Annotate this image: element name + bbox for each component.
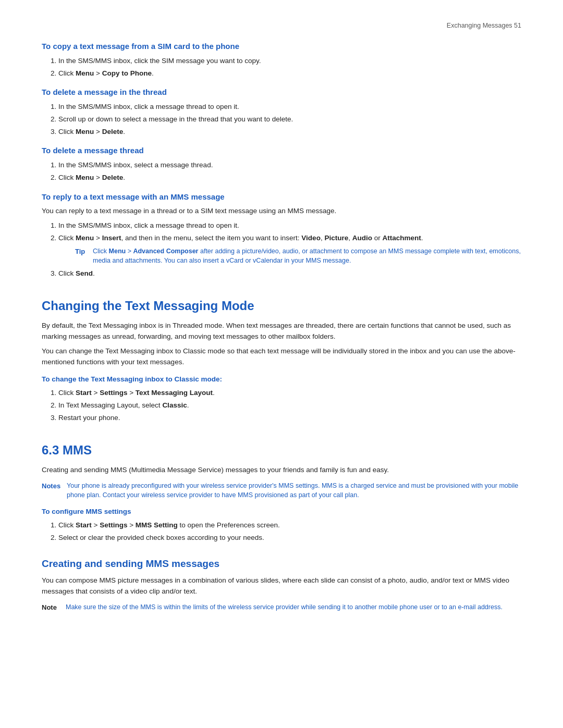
section-delete-thread-message: To delete a message in the thread In the… — [42, 86, 521, 137]
note-label: Note — [42, 602, 62, 613]
reply-mms-heading: To reply to a text message with an MMS m… — [42, 191, 521, 203]
delete-thread-message-steps: In the SMS/MMS inbox, click a message th… — [58, 102, 521, 138]
section-reply-mms: To reply to a text message with an MMS m… — [42, 191, 521, 279]
list-item: In the SMS/MMS inbox, select a message t… — [58, 160, 521, 171]
list-item: Click Start > Settings > MMS Setting to … — [58, 520, 521, 531]
copy-sim-heading: To copy a text message from a SIM card t… — [42, 40, 521, 52]
section-mms: 6.3 MMS Creating and sending MMS (Multim… — [42, 440, 521, 613]
page-header: Exchanging Messages 51 — [42, 21, 521, 31]
mms-chapter-heading: 6.3 MMS — [42, 440, 521, 460]
tip-text: Click Menu > Advanced Composer after add… — [93, 246, 521, 266]
note-block: Note Make sure the size of the MMS is wi… — [42, 602, 521, 613]
delete-thread-heading: To delete a message thread — [42, 144, 521, 156]
list-item: In the SMS/MMS inbox, click a message th… — [58, 220, 521, 231]
list-item: Click Send. — [58, 268, 521, 279]
list-item: Scroll up or down to select a message in… — [58, 114, 521, 125]
changing-mode-para2: You can change the Text Messaging inbox … — [42, 346, 521, 368]
section-copy-sim: To copy a text message from a SIM card t… — [42, 40, 521, 79]
section-changing-mode: Changing the Text Messaging Mode By defa… — [42, 296, 521, 424]
list-item: Select or clear the provided check boxes… — [58, 533, 521, 544]
creating-mms-heading: Creating and sending MMS messages — [42, 556, 521, 571]
creating-mms-para: You can compose MMS picture messages in … — [42, 575, 521, 597]
section-delete-thread: To delete a message thread In the SMS/MM… — [42, 144, 521, 183]
classic-mode-subheading: To change the Text Messaging inbox to Cl… — [42, 374, 521, 385]
delete-thread-message-heading: To delete a message in the thread — [42, 86, 521, 98]
list-item: In the SMS/MMS inbox, click a message th… — [58, 102, 521, 113]
reply-mms-steps: In the SMS/MMS inbox, click a message th… — [58, 220, 521, 279]
list-item: Click Menu > Delete. — [58, 172, 521, 183]
changing-mode-heading: Changing the Text Messaging Mode — [42, 296, 521, 315]
tip-label: Tip — [75, 246, 90, 266]
tip-block: Tip Click Menu > Advanced Composer after… — [75, 246, 521, 266]
list-item: In the SMS/MMS inbox, click the SIM mess… — [58, 56, 521, 67]
configure-mms-heading: To configure MMS settings — [42, 507, 521, 517]
configure-mms-steps: Click Start > Settings > MMS Setting to … — [58, 520, 521, 544]
list-item: Click Menu > Delete. — [58, 127, 521, 138]
list-item: In Text Messaging Layout, select Classic… — [58, 400, 521, 411]
delete-thread-steps: In the SMS/MMS inbox, select a message t… — [58, 160, 521, 183]
list-item: Click Start > Settings > Text Messaging … — [58, 388, 521, 399]
list-item: Click Menu > Insert, and then in the men… — [58, 233, 521, 266]
notes-text: Your phone is already preconfigured with… — [67, 481, 521, 501]
reply-mms-intro: You can reply to a text message in a thr… — [42, 206, 521, 217]
changing-mode-para1: By default, the Text Messaging inbox is … — [42, 320, 521, 342]
notes-label: Notes — [42, 481, 63, 501]
mms-intro: Creating and sending MMS (Multimedia Mes… — [42, 465, 521, 476]
note-text: Make sure the size of the MMS is within … — [66, 602, 503, 613]
copy-sim-steps: In the SMS/MMS inbox, click the SIM mess… — [58, 56, 521, 79]
list-item: Restart your phone. — [58, 413, 521, 424]
classic-mode-steps: Click Start > Settings > Text Messaging … — [58, 388, 521, 424]
notes-block: Notes Your phone is already preconfigure… — [42, 481, 521, 501]
list-item: Click Menu > Copy to Phone. — [58, 68, 521, 79]
